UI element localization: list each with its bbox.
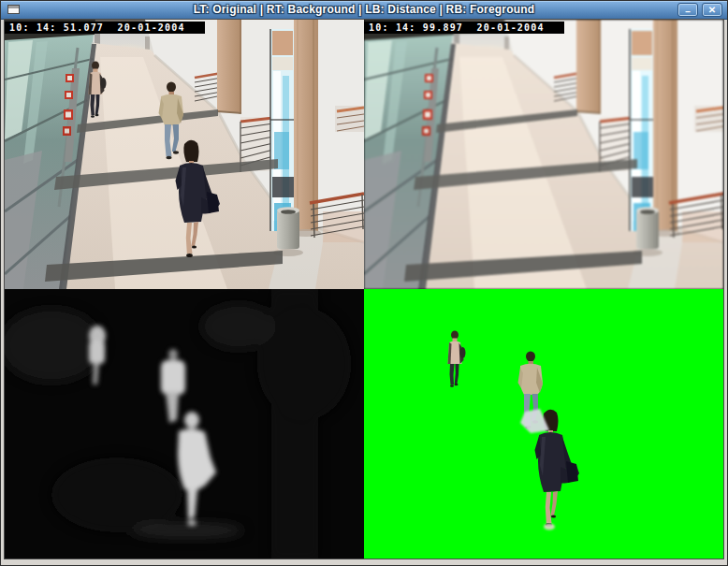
timestamp-original: 10: 14: 51.077 20-01-2004 [5,22,205,34]
foreground-mask-frame [364,289,723,559]
video-grid: 10: 14: 51.077 20-01-2004 10: 14: 99.897… [4,19,724,559]
timestamp-background: 10: 14: 99.897 20-01-2004 [364,22,564,34]
titlebar[interactable]: LT: Original | RT: Background | LB: Dist… [1,1,727,20]
view-foreground [364,289,723,559]
view-original: 10: 14: 51.077 20-01-2004 [5,20,364,289]
view-background: 10: 14: 99.897 20-01-2004 [364,20,723,289]
original-video-frame [5,20,364,289]
view-distance [5,289,364,559]
background-model-frame [364,20,723,289]
minimize-button[interactable]: – [677,3,698,17]
app-window: LT: Original | RT: Background | LB: Dist… [0,0,728,566]
window-menu-icon[interactable] [7,5,20,14]
minimize-icon: – [685,7,691,17]
distance-map-frame [5,289,364,559]
close-icon: ✕ [708,6,716,15]
close-button[interactable]: ✕ [702,3,722,17]
window-title: LT: Original | RT: Background | LB: Dist… [1,1,727,19]
